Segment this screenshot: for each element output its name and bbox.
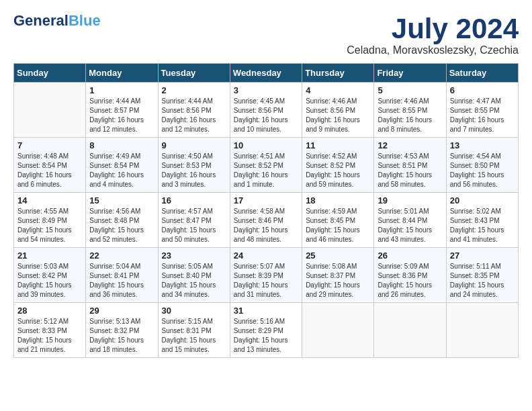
- day-info: Sunrise: 4:54 AMSunset: 8:50 PMDaylight:…: [450, 152, 515, 189]
- calendar-cell: 22Sunrise: 5:04 AMSunset: 8:41 PMDayligh…: [86, 248, 158, 303]
- calendar-cell: 14Sunrise: 4:55 AMSunset: 8:49 PMDayligh…: [14, 193, 86, 248]
- col-saturday: Saturday: [446, 64, 518, 83]
- calendar-week-4: 21Sunrise: 5:03 AMSunset: 8:42 PMDayligh…: [14, 248, 519, 303]
- calendar-cell: [14, 83, 86, 138]
- page-header: GeneralBlue July 2024 Celadna, Moravskos…: [13, 13, 519, 56]
- calendar-cell: 3Sunrise: 4:45 AMSunset: 8:56 PMDaylight…: [230, 83, 302, 138]
- day-info: Sunrise: 5:03 AMSunset: 8:42 PMDaylight:…: [17, 262, 82, 300]
- day-number: 24: [234, 250, 298, 261]
- location-text: Celadna, Moravskoslezsky, Czechia: [347, 44, 519, 56]
- calendar-cell: 2Sunrise: 4:44 AMSunset: 8:56 PMDaylight…: [158, 83, 230, 138]
- calendar-week-2: 7Sunrise: 4:48 AMSunset: 8:54 PMDaylight…: [14, 138, 519, 193]
- day-info: Sunrise: 5:02 AMSunset: 8:43 PMDaylight:…: [450, 207, 515, 244]
- day-info: Sunrise: 4:59 AMSunset: 8:45 PMDaylight:…: [306, 207, 370, 244]
- calendar-cell: 21Sunrise: 5:03 AMSunset: 8:42 PMDayligh…: [14, 248, 86, 303]
- calendar-cell: 31Sunrise: 5:16 AMSunset: 8:29 PMDayligh…: [230, 303, 302, 358]
- calendar-cell: 11Sunrise: 4:52 AMSunset: 8:52 PMDayligh…: [302, 138, 374, 193]
- calendar-cell: 27Sunrise: 5:11 AMSunset: 8:35 PMDayligh…: [446, 248, 518, 303]
- logo-text: GeneralBlue: [13, 13, 101, 28]
- day-info: Sunrise: 5:16 AMSunset: 8:29 PMDaylight:…: [234, 317, 298, 355]
- calendar-cell: 8Sunrise: 4:49 AMSunset: 8:54 PMDaylight…: [86, 138, 158, 193]
- calendar-cell: 4Sunrise: 4:46 AMSunset: 8:56 PMDaylight…: [302, 83, 374, 138]
- day-info: Sunrise: 4:55 AMSunset: 8:49 PMDaylight:…: [17, 207, 82, 244]
- calendar-week-1: 1Sunrise: 4:44 AMSunset: 8:57 PMDaylight…: [14, 83, 519, 138]
- day-number: 9: [162, 140, 226, 150]
- calendar-cell: 12Sunrise: 4:53 AMSunset: 8:51 PMDayligh…: [374, 138, 446, 193]
- calendar-cell: [374, 303, 446, 358]
- day-info: Sunrise: 5:07 AMSunset: 8:39 PMDaylight:…: [234, 262, 298, 300]
- calendar-cell: 1Sunrise: 4:44 AMSunset: 8:57 PMDaylight…: [86, 83, 158, 138]
- col-wednesday: Wednesday: [230, 64, 302, 83]
- calendar-cell: 17Sunrise: 4:58 AMSunset: 8:46 PMDayligh…: [230, 193, 302, 248]
- calendar-cell: 13Sunrise: 4:54 AMSunset: 8:50 PMDayligh…: [446, 138, 518, 193]
- day-number: 29: [89, 306, 154, 316]
- day-number: 16: [162, 195, 226, 205]
- day-info: Sunrise: 4:47 AMSunset: 8:55 PMDaylight:…: [450, 97, 515, 134]
- calendar-cell: 6Sunrise: 4:47 AMSunset: 8:55 PMDaylight…: [446, 83, 518, 138]
- calendar-cell: 15Sunrise: 4:56 AMSunset: 8:48 PMDayligh…: [86, 193, 158, 248]
- day-number: 20: [450, 195, 515, 205]
- day-number: 15: [89, 195, 154, 205]
- day-info: Sunrise: 4:49 AMSunset: 8:54 PMDaylight:…: [89, 152, 154, 189]
- day-number: 8: [89, 140, 154, 150]
- day-number: 3: [234, 85, 298, 95]
- day-number: 13: [450, 140, 515, 150]
- day-info: Sunrise: 5:11 AMSunset: 8:35 PMDaylight:…: [450, 262, 515, 300]
- day-info: Sunrise: 5:01 AMSunset: 8:44 PMDaylight:…: [378, 207, 442, 244]
- calendar-cell: 25Sunrise: 5:08 AMSunset: 8:37 PMDayligh…: [302, 248, 374, 303]
- day-info: Sunrise: 4:44 AMSunset: 8:57 PMDaylight:…: [89, 97, 154, 134]
- day-number: 7: [17, 140, 82, 150]
- day-number: 17: [234, 195, 298, 205]
- day-info: Sunrise: 5:04 AMSunset: 8:41 PMDaylight:…: [89, 262, 154, 300]
- day-number: 4: [306, 85, 370, 95]
- day-info: Sunrise: 5:13 AMSunset: 8:32 PMDaylight:…: [89, 317, 154, 355]
- calendar-cell: 9Sunrise: 4:50 AMSunset: 8:53 PMDaylight…: [158, 138, 230, 193]
- day-info: Sunrise: 4:50 AMSunset: 8:53 PMDaylight:…: [162, 152, 226, 189]
- day-number: 21: [17, 250, 82, 261]
- day-number: 14: [17, 195, 82, 205]
- day-number: 23: [162, 250, 226, 261]
- day-info: Sunrise: 4:57 AMSunset: 8:47 PMDaylight:…: [162, 207, 226, 244]
- day-info: Sunrise: 4:51 AMSunset: 8:52 PMDaylight:…: [234, 152, 298, 189]
- calendar-week-5: 28Sunrise: 5:12 AMSunset: 8:33 PMDayligh…: [14, 303, 519, 358]
- header-row: Sunday Monday Tuesday Wednesday Thursday…: [14, 64, 519, 83]
- day-info: Sunrise: 4:53 AMSunset: 8:51 PMDaylight:…: [378, 152, 442, 189]
- day-number: 31: [234, 306, 298, 316]
- day-number: 11: [306, 140, 370, 150]
- calendar-cell: 18Sunrise: 4:59 AMSunset: 8:45 PMDayligh…: [302, 193, 374, 248]
- day-number: 6: [450, 85, 515, 95]
- day-number: 19: [378, 195, 442, 205]
- calendar-cell: 29Sunrise: 5:13 AMSunset: 8:32 PMDayligh…: [86, 303, 158, 358]
- day-info: Sunrise: 5:12 AMSunset: 8:33 PMDaylight:…: [17, 317, 82, 355]
- day-number: 5: [378, 85, 442, 95]
- calendar-cell: 24Sunrise: 5:07 AMSunset: 8:39 PMDayligh…: [230, 248, 302, 303]
- day-info: Sunrise: 4:56 AMSunset: 8:48 PMDaylight:…: [89, 207, 154, 244]
- col-monday: Monday: [86, 64, 158, 83]
- calendar-cell: 16Sunrise: 4:57 AMSunset: 8:47 PMDayligh…: [158, 193, 230, 248]
- calendar-cell: [302, 303, 374, 358]
- month-year-title: July 2024: [347, 13, 519, 44]
- day-info: Sunrise: 4:52 AMSunset: 8:52 PMDaylight:…: [306, 152, 370, 189]
- day-info: Sunrise: 4:48 AMSunset: 8:54 PMDaylight:…: [17, 152, 82, 189]
- calendar-cell: 5Sunrise: 4:46 AMSunset: 8:55 PMDaylight…: [374, 83, 446, 138]
- calendar-cell: 10Sunrise: 4:51 AMSunset: 8:52 PMDayligh…: [230, 138, 302, 193]
- calendar-cell: 20Sunrise: 5:02 AMSunset: 8:43 PMDayligh…: [446, 193, 518, 248]
- logo: GeneralBlue: [13, 13, 101, 28]
- day-info: Sunrise: 4:46 AMSunset: 8:55 PMDaylight:…: [378, 97, 442, 134]
- calendar-cell: 7Sunrise: 4:48 AMSunset: 8:54 PMDaylight…: [14, 138, 86, 193]
- calendar-table: Sunday Monday Tuesday Wednesday Thursday…: [13, 63, 519, 358]
- calendar-cell: 23Sunrise: 5:05 AMSunset: 8:40 PMDayligh…: [158, 248, 230, 303]
- day-info: Sunrise: 4:58 AMSunset: 8:46 PMDaylight:…: [234, 207, 298, 244]
- calendar-cell: [446, 303, 518, 358]
- day-number: 27: [450, 250, 515, 261]
- col-tuesday: Tuesday: [158, 64, 230, 83]
- day-number: 2: [162, 85, 226, 95]
- day-number: 28: [17, 306, 82, 316]
- day-info: Sunrise: 5:09 AMSunset: 8:36 PMDaylight:…: [378, 262, 442, 300]
- day-info: Sunrise: 5:05 AMSunset: 8:40 PMDaylight:…: [162, 262, 226, 300]
- day-number: 25: [306, 250, 370, 261]
- day-number: 10: [234, 140, 298, 150]
- day-number: 1: [89, 85, 154, 95]
- title-section: July 2024 Celadna, Moravskoslezsky, Czec…: [347, 13, 519, 56]
- day-number: 30: [162, 306, 226, 316]
